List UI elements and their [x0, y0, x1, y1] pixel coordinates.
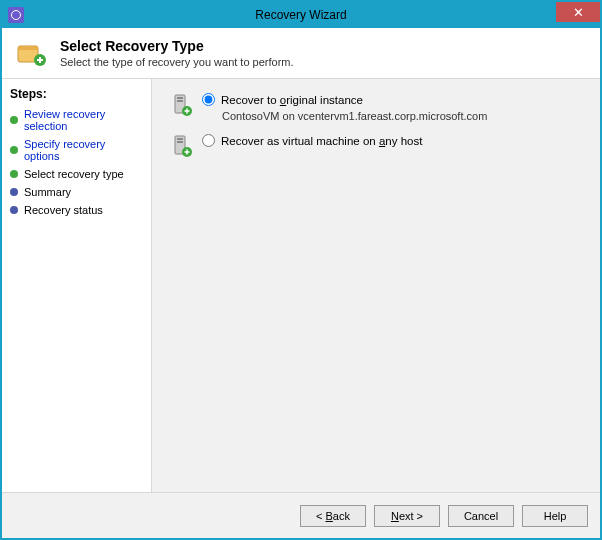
back-button[interactable]: < Back — [300, 505, 366, 527]
option-recover-any-host: Recover as virtual machine on any host — [168, 134, 584, 158]
help-button[interactable]: Help — [522, 505, 588, 527]
content-pane: Recover to original instance ContosoVM o… — [152, 79, 600, 492]
svg-rect-4 — [177, 97, 183, 99]
step-done-icon — [10, 146, 18, 154]
step-label: Recovery status — [24, 204, 103, 216]
svg-rect-9 — [177, 141, 183, 143]
close-icon: ✕ — [573, 5, 584, 20]
step-recovery-status[interactable]: Recovery status — [2, 201, 151, 219]
radio-recover-original[interactable]: Recover to original instance — [202, 93, 487, 106]
svg-rect-1 — [18, 46, 38, 50]
step-specify-recovery-options[interactable]: Specify recovery options — [2, 135, 151, 165]
header-text: Select Recovery Type Select the type of … — [60, 38, 294, 68]
server-original-icon — [168, 93, 196, 117]
recovery-wizard-window: Recovery Wizard ✕ Select Recovery Type S… — [0, 0, 602, 540]
radio-original-input[interactable] — [202, 93, 215, 106]
app-icon — [8, 7, 24, 23]
step-review-recovery-selection[interactable]: Review recovery selection — [2, 105, 151, 135]
original-instance-detail: ContosoVM on vcentervm1.fareast.corp.mic… — [222, 110, 487, 122]
step-pending-icon — [10, 188, 18, 196]
step-label: Review recovery selection — [24, 108, 143, 132]
step-current-icon — [10, 170, 18, 178]
step-label: Select recovery type — [24, 168, 124, 180]
svg-rect-5 — [177, 100, 183, 102]
close-button[interactable]: ✕ — [556, 2, 600, 22]
radio-original-label: Recover to original instance — [221, 94, 363, 106]
wizard-header: Select Recovery Type Select the type of … — [2, 28, 600, 79]
step-done-icon — [10, 116, 18, 124]
step-select-recovery-type[interactable]: Select recovery type — [2, 165, 151, 183]
step-label: Summary — [24, 186, 71, 198]
wizard-body: Steps: Review recovery selection Specify… — [2, 79, 600, 492]
radio-anyhost-label: Recover as virtual machine on any host — [221, 135, 422, 147]
cancel-button[interactable]: Cancel — [448, 505, 514, 527]
page-title: Select Recovery Type — [60, 38, 294, 54]
radio-recover-any-host[interactable]: Recover as virtual machine on any host — [202, 134, 422, 147]
recovery-icon — [16, 38, 48, 70]
wizard-footer: < Back Next > Cancel Help — [2, 492, 600, 538]
titlebar: Recovery Wizard ✕ — [2, 2, 600, 28]
step-summary[interactable]: Summary — [2, 183, 151, 201]
radio-anyhost-input[interactable] — [202, 134, 215, 147]
step-pending-icon — [10, 206, 18, 214]
svg-rect-8 — [177, 138, 183, 140]
window-title: Recovery Wizard — [2, 8, 600, 22]
server-anyhost-icon — [168, 134, 196, 158]
page-subtitle: Select the type of recovery you want to … — [60, 56, 294, 68]
option-recover-original: Recover to original instance ContosoVM o… — [168, 93, 584, 122]
step-label: Specify recovery options — [24, 138, 143, 162]
next-button[interactable]: Next > — [374, 505, 440, 527]
steps-heading: Steps: — [2, 85, 151, 105]
steps-pane: Steps: Review recovery selection Specify… — [2, 79, 152, 492]
